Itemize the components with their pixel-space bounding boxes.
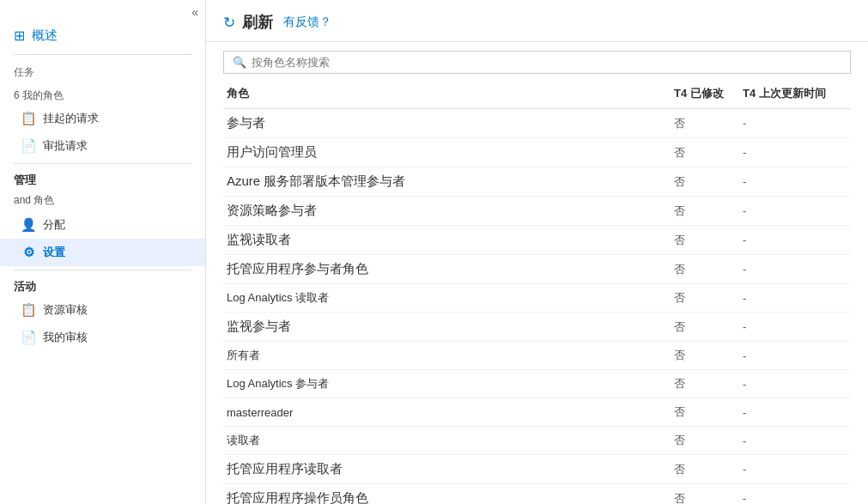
role-modified-cell: 否 [671, 455, 739, 484]
role-name-cell: 参与者 [223, 109, 671, 138]
table-row: 监视参与者否- [223, 313, 851, 342]
search-input[interactable] [252, 56, 841, 69]
role-name-cell: Log Analytics 读取者 [223, 284, 671, 313]
table-row: 监视读取者否- [223, 226, 851, 255]
table-row: 用户访问管理员否- [223, 138, 851, 167]
role-updated-cell: - [739, 226, 851, 255]
my-audit-icon: 📄 [21, 330, 36, 345]
table-row: 托管应用程序读取者否- [223, 455, 851, 484]
role-modified-cell: 否 [671, 427, 739, 455]
and-role-label: and 角色 [0, 190, 205, 211]
role-modified-cell: 否 [671, 313, 739, 342]
role-modified-cell: 否 [671, 167, 739, 197]
assign-label: 分配 [43, 217, 65, 233]
table-header-row: 角色 T4 已修改 T4 上次更新时间 [223, 79, 851, 109]
role-modified-cell: 否 [671, 398, 739, 427]
role-updated-cell: - [739, 427, 851, 455]
resource-audit-label: 资源审核 [43, 302, 88, 318]
resource-audit-icon: 📋 [21, 302, 36, 318]
role-updated-cell: - [739, 398, 851, 427]
role-name-cell: 所有者 [223, 342, 671, 370]
sidebar-item-pending-requests[interactable]: 📋 挂起的请求 [0, 105, 205, 132]
role-name-cell: Log Analytics 参与者 [223, 370, 671, 398]
table-row: Log Analytics 参与者否- [223, 370, 851, 398]
sidebar-collapse-button[interactable]: « [191, 5, 198, 19]
refresh-icon[interactable]: ↻ [223, 14, 235, 32]
role-name-cell: 托管应用程序参与者角色 [223, 255, 671, 284]
role-modified-cell: 否 [671, 109, 739, 138]
sidebar-collapse-area: « [0, 0, 205, 21]
role-modified-cell: 否 [671, 197, 739, 226]
role-name-cell: 托管应用程序操作员角色 [223, 484, 671, 505]
my-roles-label: 6 我的角色 [0, 83, 205, 105]
role-updated-cell: - [739, 197, 851, 226]
role-modified-cell: 否 [671, 226, 739, 255]
table-row: 所有者否- [223, 342, 851, 370]
role-updated-cell: - [739, 138, 851, 167]
role-modified-cell: 否 [671, 255, 739, 284]
role-modified-cell: 否 [671, 370, 739, 398]
approve-icon: 📄 [21, 138, 36, 154]
role-name-cell: 监视读取者 [223, 226, 671, 255]
activity-section-label: 活动 [0, 274, 205, 296]
table-row: Azure 服务部署版本管理参与者否- [223, 167, 851, 197]
role-updated-cell: - [739, 342, 851, 370]
table-row: masterreader否- [223, 398, 851, 427]
role-name-cell: masterreader [223, 398, 671, 427]
col-header-t4-updated: T4 上次更新时间 [739, 79, 851, 109]
role-updated-cell: - [739, 313, 851, 342]
sidebar-item-settings[interactable]: ⚙ 设置 [0, 239, 205, 266]
role-name-cell: Azure 服务部署版本管理参与者 [223, 167, 671, 197]
divider-3 [14, 270, 191, 270]
grid-icon: ⊞ [14, 27, 25, 44]
overview-label: 概述 [32, 27, 58, 44]
pending-icon: 📋 [21, 111, 36, 126]
role-updated-cell: - [739, 484, 851, 505]
table-row: 资源策略参与者否- [223, 197, 851, 226]
role-updated-cell: - [739, 255, 851, 284]
role-name-cell: 托管应用程序读取者 [223, 455, 671, 484]
role-modified-cell: 否 [671, 138, 739, 167]
assign-icon: 👤 [21, 217, 36, 233]
search-bar: 🔍 [223, 51, 851, 74]
divider-1 [14, 54, 191, 55]
role-updated-cell: - [739, 284, 851, 313]
col-header-role: 角色 [223, 79, 671, 109]
main-content: ↻ 刷新 有反馈？ 🔍 角色 T4 已修改 T4 上次更新时间 参与者否-用户访… [206, 0, 868, 504]
table-row: Log Analytics 读取者否- [223, 284, 851, 313]
col-header-t4-modified: T4 已修改 [671, 79, 739, 109]
my-audit-label: 我的审核 [43, 330, 88, 345]
role-updated-cell: - [739, 167, 851, 197]
table-row: 托管应用程序参与者角色否- [223, 255, 851, 284]
role-modified-cell: 否 [671, 484, 739, 505]
sidebar-item-my-audit[interactable]: 📄 我的审核 [0, 324, 205, 351]
role-name-cell: 用户访问管理员 [223, 138, 671, 167]
sidebar: « ⊞ 概述 任务 6 我的角色 📋 挂起的请求 📄 审批请求 管理 and 角… [0, 0, 206, 504]
table-row: 托管应用程序操作员角色否- [223, 484, 851, 505]
role-updated-cell: - [739, 109, 851, 138]
sidebar-item-approve-requests[interactable]: 📄 审批请求 [0, 132, 205, 160]
settings-icon: ⚙ [21, 245, 36, 260]
role-name-cell: 读取者 [223, 427, 671, 455]
table-row: 读取者否- [223, 427, 851, 455]
role-name-cell: 监视参与者 [223, 313, 671, 342]
search-bar-container: 🔍 [206, 42, 868, 74]
feedback-link[interactable]: 有反馈？ [283, 15, 331, 30]
tasks-section-label: 任务 [0, 58, 205, 83]
role-updated-cell: - [739, 370, 851, 398]
pending-requests-label: 挂起的请求 [43, 111, 99, 126]
table-row: 参与者否- [223, 109, 851, 138]
settings-label: 设置 [43, 245, 65, 260]
sidebar-item-overview[interactable]: ⊞ 概述 [0, 21, 205, 51]
sidebar-item-assign[interactable]: 👤 分配 [0, 211, 205, 239]
role-name-cell: 资源策略参与者 [223, 197, 671, 226]
role-modified-cell: 否 [671, 284, 739, 313]
divider-2 [14, 163, 191, 164]
sidebar-item-resource-audit[interactable]: 📋 资源审核 [0, 296, 205, 324]
role-modified-cell: 否 [671, 342, 739, 370]
page-title: 刷新 [242, 12, 273, 33]
roles-table: 角色 T4 已修改 T4 上次更新时间 参与者否-用户访问管理员否-Azure … [223, 79, 851, 504]
roles-table-container: 角色 T4 已修改 T4 上次更新时间 参与者否-用户访问管理员否-Azure … [206, 79, 868, 504]
manage-section-label: 管理 [0, 167, 205, 190]
approve-requests-label: 审批请求 [43, 138, 88, 154]
